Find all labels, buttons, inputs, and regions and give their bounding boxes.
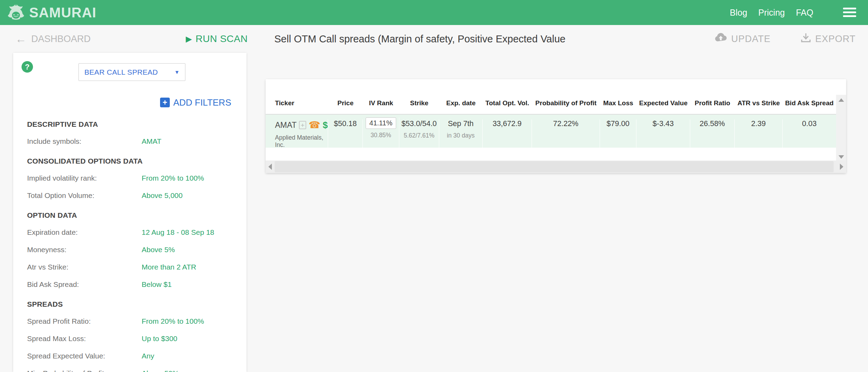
filter-label: Spread Profit Ratio: [27, 317, 142, 325]
back-arrow-icon: ← [15, 33, 26, 44]
iv-rank-sub: 30.85% [363, 132, 399, 139]
scroll-down-icon[interactable] [838, 155, 844, 159]
horizontal-scrollbar-thumb[interactable] [275, 161, 834, 172]
col-header-profit-ratio[interactable]: Profit Ratio [690, 99, 735, 107]
update-button[interactable]: UPDATE [715, 25, 771, 53]
scroll-right-icon[interactable] [840, 164, 843, 170]
atr-vs-strike-cell: 2.39 [735, 119, 783, 148]
plus-icon: + [160, 98, 170, 107]
bid-ask-spread-cell: 0.03 [783, 119, 836, 148]
export-button[interactable]: EXPORT [801, 25, 856, 53]
filter-label: Spread Expected Value: [27, 352, 142, 360]
col-header-bid-ask-spread[interactable]: Bid Ask Spread [783, 99, 836, 107]
probability-of-profit-cell: 72.22% [532, 119, 600, 148]
filter-label: Expiration date: [27, 228, 142, 237]
add-filters-button[interactable]: + ADD FILTERS [27, 92, 233, 113]
col-header-expected-value[interactable]: Expected Value [636, 99, 690, 107]
filter-value[interactable]: More than 2 ATR [142, 263, 196, 271]
filter-value[interactable]: 12 Aug 18 - 08 Sep 18 [142, 228, 214, 237]
filter-row-spread-max-loss: Spread Max Loss: Up to $300 [27, 334, 233, 343]
col-header-strike[interactable]: Strike [399, 99, 439, 107]
filter-row-atr-vs-strike: Atr vs Strike: More than 2 ATR [27, 263, 233, 271]
strike-sub: 5.62/7.61% [399, 132, 439, 139]
filter-value[interactable]: From 20% to 100% [142, 174, 204, 182]
col-header-exp-date[interactable]: Exp. date [439, 99, 483, 107]
exp-date-sub: in 30 days [439, 132, 482, 139]
filter-row-spread-profit-ratio: Spread Profit Ratio: From 20% to 100% [27, 317, 233, 325]
price-cell: $50.18 [328, 119, 363, 148]
col-header-max-loss[interactable]: Max Loss [600, 99, 636, 107]
scan-toolbar: ← DASHBOARD ▶ RUN SCAN Sell OTM Call spr… [0, 25, 868, 53]
profit-ratio-cell: 26.58% [690, 119, 735, 148]
filter-label: Spread Max Loss: [27, 334, 142, 343]
col-header-price[interactable]: Price [328, 99, 363, 107]
dashboard-back-button[interactable]: ← DASHBOARD [15, 25, 91, 53]
total-opt-vol-cell: 33,672.9 [483, 119, 532, 148]
filter-value[interactable]: Above 5% [142, 246, 175, 254]
nav-link-faq[interactable]: FAQ [796, 8, 813, 18]
samurai-helmet-icon [7, 3, 25, 22]
brand-name: SAMURAI [29, 5, 97, 20]
nav-links: Blog Pricing FAQ [730, 0, 813, 25]
col-header-atr-vs-strike[interactable]: ATR vs Strike [735, 99, 783, 107]
phone-icon[interactable]: ☎ [309, 119, 320, 131]
filter-label: Implied volatility rank: [27, 174, 142, 182]
add-filters-label: ADD FILTERS [173, 97, 231, 108]
vertical-scrollbar[interactable] [836, 95, 846, 162]
chevron-down-icon: ▼ [174, 69, 180, 75]
nav-link-pricing[interactable]: Pricing [758, 8, 785, 18]
section-title: DESCRIPTIVE DATA [27, 120, 233, 129]
cloud-upload-icon [715, 33, 727, 45]
results-table-header: Ticker Price IV Rank Strike Exp. date To… [266, 79, 836, 115]
play-icon: ▶ [186, 34, 192, 44]
col-header-probability-of-profit[interactable]: Probability of Profit [532, 99, 600, 107]
company-name: Applied Materials, Inc. [275, 134, 328, 149]
max-loss-cell: $79.00 [600, 119, 636, 148]
exp-date-cell: Sep 7th in 30 days [439, 119, 483, 148]
col-header-total-opt-vol[interactable]: Total Opt. Vol. [483, 99, 532, 107]
table-row-amat[interactable]: AMAT + ☎ $ Applied Materials, Inc. $50.1… [266, 115, 836, 148]
filter-value[interactable]: From 20% to 100% [142, 317, 204, 325]
filter-label: Atr vs Strike: [27, 263, 142, 271]
run-scan-label: RUN SCAN [195, 33, 248, 44]
ticker-symbol[interactable]: AMAT [275, 121, 297, 130]
ticker-cell: AMAT + ☎ $ Applied Materials, Inc. [266, 119, 328, 148]
expected-value-cell: $-3.43 [636, 119, 690, 148]
iv-rank-cell: 41.11% 30.85% [363, 117, 399, 148]
filter-row-include-symbols: Include symbols: AMAT [27, 137, 233, 146]
filter-value[interactable]: Below $1 [142, 280, 172, 289]
brand-logo[interactable]: SAMURAI [7, 0, 97, 25]
scan-title-input[interactable]: Sell OTM Call spreads (Margin of safety,… [274, 25, 569, 53]
section-title: CONSOLIDATED OPTIONS DATA [27, 157, 233, 165]
expand-plus-icon[interactable]: + [299, 121, 306, 129]
results-table-card: Ticker Price IV Rank Strike Exp. date To… [266, 79, 846, 173]
update-label: UPDATE [731, 34, 771, 44]
horizontal-scrollbar[interactable] [266, 160, 846, 173]
scroll-left-icon[interactable] [268, 164, 272, 170]
section-title: SPREADS [27, 300, 233, 308]
filter-row-min-probability-of-profit: Min. Probability of Profit: Above 50% [27, 369, 233, 372]
filter-label: Moneyness: [27, 246, 142, 254]
filter-row-bid-ask-spread: Bid Ask Spread: Below $1 [27, 280, 233, 289]
filter-label: Total Option Volume: [27, 191, 142, 200]
filter-value[interactable]: Up to $300 [142, 334, 177, 343]
run-scan-button[interactable]: ▶ RUN SCAN [186, 25, 248, 53]
dollar-icon[interactable]: $ [323, 120, 328, 131]
section-title: OPTION DATA [27, 211, 233, 220]
nav-link-blog[interactable]: Blog [730, 8, 747, 18]
filter-value[interactable]: Above 50% [142, 369, 179, 372]
col-header-iv-rank[interactable]: IV Rank [363, 99, 399, 107]
help-icon[interactable]: ? [22, 61, 33, 73]
filter-label: Include symbols: [27, 137, 142, 146]
filter-value[interactable]: Above 5,000 [142, 191, 183, 200]
strategy-select[interactable]: BEAR CALL SPREAD ▼ [78, 63, 185, 81]
filter-sidebar: ? BEAR CALL SPREAD ▼ + ADD FILTERS DESCR… [13, 53, 247, 372]
hamburger-menu-icon[interactable] [843, 8, 856, 17]
scroll-up-icon[interactable] [838, 98, 844, 102]
section-option-data: OPTION DATA Expiration date: 12 Aug 18 -… [27, 211, 233, 289]
filter-value[interactable]: AMAT [142, 137, 161, 146]
filter-value[interactable]: Any [142, 352, 154, 360]
exp-date-value: Sep 7th [439, 119, 482, 128]
filter-row-expiration-date: Expiration date: 12 Aug 18 - 08 Sep 18 [27, 228, 233, 237]
col-header-ticker[interactable]: Ticker [266, 99, 328, 107]
